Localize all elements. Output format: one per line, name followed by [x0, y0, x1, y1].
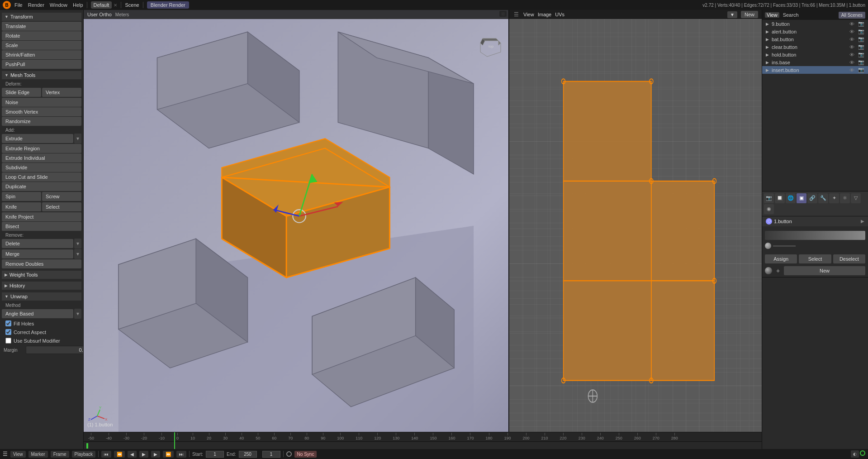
marker-btn[interactable]: Marker [28, 451, 48, 458]
search-header-btn[interactable]: Search [781, 12, 801, 18]
camera-icon[interactable]: 📷 [858, 29, 864, 34]
select-button[interactable]: Select [42, 202, 81, 211]
scene-item-9button[interactable]: ▶ 9.button 👁 📷 [762, 20, 868, 28]
angle-based-button[interactable]: Angle Based [2, 309, 73, 318]
knife-project-button[interactable]: Knife Project [2, 212, 81, 221]
loop-cut-button[interactable]: Loop Cut and Slide [2, 172, 81, 182]
duplicate-button[interactable]: Duplicate [2, 182, 81, 191]
visibility-icon[interactable]: 👁 [849, 52, 854, 57]
camera-icon[interactable]: 📷 [858, 67, 864, 73]
workspace-selector[interactable]: Default [91, 1, 112, 9]
audio-icon[interactable] [286, 451, 292, 457]
object-props-icon[interactable]: ▣ [797, 193, 806, 203]
pushpull-button[interactable]: PushPull [2, 60, 81, 69]
record-icon[interactable] [860, 450, 865, 456]
view-header-btn[interactable]: View [765, 12, 779, 18]
engine-selector[interactable]: Blender Render [147, 1, 189, 9]
jump-start-btn[interactable]: ⏮ [101, 451, 111, 458]
extrude-button[interactable]: Extrude [2, 134, 73, 143]
margin-input[interactable]: 0.001 [26, 346, 84, 354]
uv-new-btn[interactable]: New [741, 11, 758, 18]
scene-item-alertbutton[interactable]: ▶ alert.button 👁 📷 [762, 28, 868, 35]
smooth-vertex-button[interactable]: Smooth Vertex [2, 107, 81, 116]
camera-icon[interactable]: 📷 [858, 21, 864, 27]
deselect-button[interactable]: Deselect [833, 254, 865, 263]
noise-button[interactable]: Noise [2, 98, 81, 107]
visibility-icon[interactable]: 👁 [849, 44, 854, 50]
visibility-icon[interactable]: 👁 [849, 21, 854, 27]
correct-aspect-checkbox[interactable] [5, 329, 11, 335]
mesh-tools-section-header[interactable]: ▼ Mesh Tools [2, 71, 81, 79]
bisect-button[interactable]: Bisect [2, 222, 81, 231]
spin-button[interactable]: Spin [2, 192, 41, 201]
end-frame-input[interactable]: 250 [239, 451, 257, 458]
camera-icon[interactable]: 📷 [858, 44, 864, 50]
visibility-icon[interactable]: 👁 [849, 37, 854, 42]
blender-logo[interactable]: B [3, 1, 11, 9]
help-menu[interactable]: Help [73, 2, 83, 8]
start-frame-input[interactable]: 1 [206, 451, 224, 458]
scene-item-insbase[interactable]: ▶ ins.base 👁 📷 [762, 58, 868, 66]
scene-selector[interactable]: Scene [125, 2, 139, 8]
uv-menu-icon[interactable]: ☰ [513, 11, 520, 18]
particles-icon[interactable]: ✦ [829, 193, 839, 203]
uv-image-btn[interactable]: Image [538, 12, 552, 17]
constraints-icon[interactable]: 🔗 [807, 193, 817, 203]
merge-button[interactable]: Merge [2, 249, 73, 258]
extrude-individual-button[interactable]: Extrude Individual [2, 153, 81, 163]
translate-button[interactable]: Translate [2, 22, 81, 31]
prev-keyframe-btn[interactable]: ⏪ [114, 451, 125, 458]
camera-icon[interactable]: 📷 [858, 36, 864, 42]
timeline-playhead[interactable] [174, 432, 175, 441]
subdivide-button[interactable]: Subdivide [2, 163, 81, 172]
unwrap-section-header[interactable]: ▼ Unwrap [2, 292, 81, 301]
use-subsurf-checkbox[interactable] [5, 338, 11, 344]
physics-icon[interactable]: ⚛ [840, 193, 850, 203]
select-material-button[interactable]: Select [799, 254, 831, 263]
knife-button[interactable]: Knife [2, 202, 41, 211]
view-bottom-btn[interactable]: View [10, 451, 26, 458]
vertex-button[interactable]: Vertex [42, 88, 81, 97]
rotate-button[interactable]: Rotate [2, 31, 81, 40]
next-frame-btn[interactable]: ▶ [151, 451, 160, 458]
jump-end-btn[interactable]: ⏭ [176, 451, 186, 458]
extrude-dropdown[interactable]: ▾ [74, 134, 81, 143]
bottom-corner-icon[interactable]: ☰ [3, 451, 8, 457]
assign-button[interactable]: Assign [765, 254, 797, 263]
fill-holes-checkbox[interactable] [5, 320, 11, 326]
world-props-icon[interactable]: 🌐 [786, 193, 796, 203]
scene-item-clearbutton[interactable]: ▶ clear.button 👁 📷 [762, 43, 868, 51]
visibility-icon[interactable]: 👁 [849, 29, 854, 34]
current-frame-input[interactable] [262, 451, 280, 458]
merge-dropdown[interactable]: ▾ [74, 249, 81, 259]
visibility-icon[interactable]: 👁 [849, 60, 854, 65]
modifiers-icon[interactable]: 🔧 [818, 193, 828, 203]
history-section-header[interactable]: ▶ History [2, 282, 81, 290]
scale-button[interactable]: Scale [2, 41, 81, 50]
uv-view-btn[interactable]: View [523, 12, 534, 17]
extrude-region-button[interactable]: Extrude Region [2, 144, 81, 153]
randomize-button[interactable]: Randomize [2, 117, 81, 126]
play-btn[interactable]: ▶ [139, 451, 148, 458]
next-keyframe-btn[interactable]: ⏩ [163, 451, 174, 458]
scene-item-insertbutton[interactable]: ▶ insert.button 👁 📷 [762, 66, 868, 74]
weight-tools-section-header[interactable]: ▶ Weight Tools [2, 271, 81, 279]
shrink-fatten-button[interactable]: Shrink/Fatten [2, 50, 81, 59]
uv-uvs-btn[interactable]: UVs [555, 12, 564, 17]
render-menu[interactable]: Render [28, 2, 44, 8]
camera-icon[interactable]: 📷 [858, 52, 864, 57]
expand-arrow[interactable]: ▶ [861, 219, 864, 224]
all-scenes-btn[interactable]: All Scenes [839, 12, 865, 19]
camera-icon[interactable]: 📷 [858, 59, 864, 65]
visibility-icon[interactable]: 👁 [849, 67, 854, 73]
frame-bottom-btn[interactable]: Frame [51, 451, 69, 458]
uv-image-select[interactable]: ▼ [727, 11, 737, 18]
viewport-3d[interactable]: User Ortho Meters ⊞ [84, 10, 508, 449]
color-space-icon[interactable]: ◐ [851, 450, 859, 458]
render-props-icon[interactable]: 📷 [764, 193, 774, 203]
scene-item-holdbutton[interactable]: ▶ hold.button 👁 📷 [762, 51, 868, 58]
angle-based-dropdown[interactable]: ▾ [74, 309, 81, 319]
uv-canvas[interactable] [509, 19, 762, 449]
transform-section-header[interactable]: ▼ Transform [2, 13, 81, 21]
playback-btn[interactable]: Playback [72, 451, 96, 458]
